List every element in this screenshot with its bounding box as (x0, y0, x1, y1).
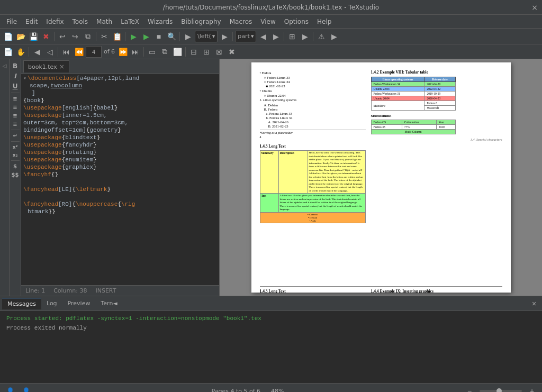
display-math-button[interactable]: $$ (12, 172, 19, 178)
preview-person2-button[interactable]: 👤 (20, 385, 32, 393)
zoom-slider-container[interactable] (480, 390, 522, 392)
panel-expand-button[interactable]: ⊠ (213, 46, 225, 58)
menu-math[interactable]: Math (92, 16, 116, 27)
sidebar-toggle[interactable]: ◁ (1, 61, 9, 70)
menu-edit[interactable]: Edit (21, 16, 42, 27)
zoom-out-button[interactable]: − (464, 385, 475, 393)
sep1 (54, 32, 55, 41)
left-sidebar: ◁ (0, 59, 10, 296)
hand-button[interactable]: ✋ (15, 46, 26, 58)
tab-tern[interactable]: Tern◄ (95, 298, 122, 309)
indent-left-button[interactable]: ↵ (13, 133, 17, 139)
struct-prev-button[interactable]: ◀ (257, 31, 269, 42)
align-left-button[interactable]: ≡ (13, 96, 17, 102)
preview-content[interactable]: • Fedora ○ Fedora Linux 33 ○ Fedora Linu… (220, 59, 542, 296)
menu-view[interactable]: View (256, 16, 279, 27)
tab-messages[interactable]: Messages (2, 298, 41, 309)
italic-button[interactable]: I (14, 72, 16, 80)
next-section-button[interactable]: ⏩ (117, 46, 129, 58)
compile-button[interactable]: ▶ (128, 31, 139, 42)
redo-button[interactable]: ↪ (69, 31, 81, 42)
align-justify-button[interactable]: ≡ (13, 121, 17, 127)
panel-left-button[interactable]: ⊟ (188, 46, 200, 58)
run-button[interactable]: ▶ (140, 31, 152, 42)
tsep3 (143, 47, 144, 57)
pdf-table: Linux operating systems Release date Fed… (371, 77, 456, 111)
editor-tab-book1[interactable]: book1.tex × (23, 60, 69, 72)
panel-right-button[interactable]: ⊞ (201, 46, 212, 58)
arrow-right-button[interactable]: ▶ (328, 31, 340, 42)
subscript-button[interactable]: x₂ (13, 152, 18, 158)
page-number-input[interactable]: 4 (86, 46, 102, 58)
align-right-button[interactable]: ≡ (13, 113, 17, 118)
paste-button[interactable]: 📋 (111, 31, 123, 42)
preview-person-button[interactable]: 👤 (4, 385, 16, 393)
left-page-button[interactable]: ◁ (44, 46, 56, 58)
align-center-button[interactable]: ≡ (13, 104, 17, 110)
single-page-button[interactable]: ▭ (146, 46, 158, 58)
window-close-button[interactable]: × (531, 3, 538, 12)
zoom-thumb[interactable] (496, 388, 502, 393)
search-button[interactable]: 🔍 (166, 31, 177, 42)
struct-next-button[interactable]: ▶ (270, 31, 282, 42)
new-file-button[interactable]: 📄 (2, 31, 14, 42)
play-button[interactable]: ▶ (182, 31, 194, 42)
bottom-content: Process started: pdflatex -synctex=1 -in… (0, 311, 542, 383)
menu-help[interactable]: Help (313, 16, 336, 27)
menu-idefix[interactable]: Idefix (42, 16, 68, 27)
pdf-page: • Fedora ○ Fedora Linux 33 ○ Fedora Linu… (251, 62, 511, 293)
close-preview-button[interactable]: ✖ (226, 46, 238, 58)
pdf-section142-label: 1.4.2 Example VIII: Tabular table (371, 70, 502, 75)
tsep1 (29, 47, 29, 57)
tab-preview[interactable]: Preview (62, 298, 96, 309)
warning-button[interactable]: ⚠ (315, 31, 327, 42)
last-page-button[interactable]: ⏭ (130, 46, 141, 58)
math-next-button[interactable]: ▶ (219, 31, 230, 42)
fold-arrow-1[interactable]: ▾ (23, 75, 26, 83)
prev-section-button[interactable]: ⏪ (73, 46, 85, 58)
menu-file[interactable]: File (2, 16, 21, 27)
menu-bar: File Edit Idefix Tools Math LaTeX Wizard… (0, 15, 542, 29)
save-file-button[interactable]: 💾 (28, 31, 39, 42)
zoom-in-button[interactable]: + (526, 385, 538, 393)
first-page-button[interactable]: ⏮ (60, 46, 72, 58)
close-file-button[interactable]: ✖ (40, 31, 52, 42)
menu-wizards[interactable]: Wizards (143, 16, 177, 27)
sep7 (313, 32, 313, 41)
menu-options[interactable]: Options (280, 16, 313, 27)
editor-content[interactable]: ▾ \documentclass[a4paper,12pt,land scape… (21, 74, 219, 285)
math-dropdown[interactable]: \left( ▾ (195, 31, 218, 42)
stop-button[interactable]: ■ (153, 31, 165, 42)
fmt-sep4 (11, 160, 20, 161)
undo-button[interactable]: ↩ (57, 31, 68, 42)
tab-close-button[interactable]: × (59, 63, 65, 70)
table-next-button[interactable]: ▶ (299, 31, 311, 42)
code-line-7: outer=3cm, top=2cm,bottom=3cm, (21, 120, 219, 127)
table-button[interactable]: ⊞ (286, 31, 298, 42)
menu-bibliography[interactable]: Bibliography (177, 16, 225, 27)
double-page-button[interactable]: ⧉ (159, 46, 170, 58)
cut-button[interactable]: ✂ (98, 31, 110, 42)
inline-math-button[interactable]: $ (13, 163, 17, 169)
code-line-1: ▾ \documentclass[a4paper,12pt,land (21, 75, 219, 83)
toolbar2: 📄 ✋ ◀ ◁ ⏮ ⏪ 4 of 6 ⏩ ⏭ ▭ ⧉ ⬜ ⊟ ⊞ ⊠ ✖ (0, 44, 542, 59)
fmt-sep2 (11, 130, 20, 130)
format-sidebar: B I U ≡ ≡ ≡ ≡ ↵ x² x₂ $ $$ (10, 59, 21, 296)
bottom-panel-close-button[interactable]: × (528, 298, 540, 309)
tab-log[interactable]: Log (41, 298, 62, 309)
menu-tools[interactable]: Tools (68, 16, 93, 27)
copy-to-doc-button[interactable]: ⧉ (82, 31, 94, 42)
code-line-2: scape,twocolumn (21, 83, 219, 90)
menu-macros[interactable]: Macros (225, 16, 257, 27)
bold-button[interactable]: B (13, 62, 17, 70)
open-file-button[interactable]: 📂 (15, 31, 26, 42)
menu-latex[interactable]: LaTeX (116, 16, 143, 27)
tab-name: book1.tex (28, 63, 57, 70)
prev-page-button[interactable]: ◀ (31, 46, 43, 58)
underline-button[interactable]: U (13, 83, 18, 90)
page-indicator-text: Pages 4 to 5 of 6 (212, 388, 261, 393)
superscript-button[interactable]: x² (13, 144, 18, 150)
doc-icon-button[interactable]: 📄 (2, 46, 14, 58)
structure-dropdown[interactable]: part ▾ (235, 31, 256, 42)
fit-width-button[interactable]: ⬜ (171, 46, 183, 58)
